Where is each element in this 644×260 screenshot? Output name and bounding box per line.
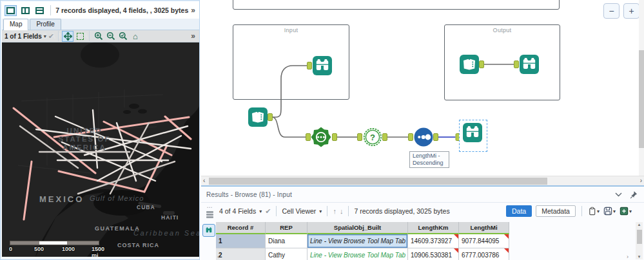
data-tab-button[interactable]: Data (506, 205, 532, 217)
record-number-cell[interactable]: 2 (216, 248, 266, 260)
table-header-row: Record # REP SpatialObj_Built LengthKm L… (216, 222, 509, 234)
table-scroll-right-arrow[interactable]: › (627, 254, 629, 260)
results-table: Record # REP SpatialObj_Built LengthKm L… (216, 222, 509, 260)
tab-map[interactable]: Map (3, 19, 28, 30)
open-new-window-button[interactable]: ▾ (620, 207, 632, 216)
canvas-horizontal-scrollbar[interactable]: ‹ › (201, 176, 644, 185)
zoom-in-icon[interactable] (93, 32, 104, 41)
results-toolbar: 4 of 4 Fields ▾ ✔ Cell Viewer ▾ ↑ ↓ 7 re… (219, 203, 632, 219)
fields-dropdown[interactable]: 4 of 4 Fields (219, 207, 256, 215)
column-header-lengthmi[interactable]: LengthMi (459, 222, 509, 234)
chevron-down-icon[interactable]: ▾ (319, 209, 322, 214)
browse-tool-selection-box[interactable] (459, 120, 487, 152)
spatial-info-tool[interactable]: ? (363, 127, 382, 147)
apply-check-icon[interactable]: ✔ (265, 207, 271, 216)
map-label-mexico: MEXICO (39, 194, 84, 204)
lengthmi-cell[interactable]: 6777.003786 (459, 248, 509, 260)
map-toolbar: 1 of 1 Fields ▾ ✔ ⌂ » (2, 30, 199, 42)
zoom-out-button[interactable]: − (603, 3, 620, 19)
table-row: 1 Diana Line - View Browse Tool Map Tab … (216, 234, 509, 248)
column-header-record[interactable]: Record # (216, 222, 266, 234)
lengthkm-cell[interactable]: 14609.373927 (408, 234, 459, 248)
scroll-down-arrow[interactable]: ▼ (636, 254, 643, 259)
sort-tool[interactable] (414, 127, 433, 147)
scrollbar-thumb[interactable] (639, 50, 644, 148)
scroll-down-record-icon[interactable]: ↓ (340, 207, 344, 215)
more-dots-icon[interactable]: ⋯ (202, 204, 217, 210)
column-header-lengthkm[interactable]: LengthKm (408, 222, 459, 234)
home-icon[interactable]: ⌂ (130, 32, 141, 41)
lengthkm-cell[interactable]: 10906.530381 (408, 248, 459, 260)
apply-check-icon[interactable]: ✔ (48, 32, 54, 41)
column-header-rep[interactable]: REP (266, 222, 307, 234)
pin-icon[interactable] (630, 190, 638, 199)
spatial-object-cell-selected[interactable]: Line - View Browse Tool Map Tab (307, 234, 408, 248)
fields-dropdown[interactable]: 1 of 1 Fields (5, 33, 42, 40)
column-header-spatialobj[interactable]: SpatialObj_Built (307, 222, 408, 234)
results-title-bar[interactable]: Results - Browse (81) - Input (201, 187, 644, 203)
table-view-icon[interactable] (202, 211, 217, 218)
map-label-costa-rica: COSTA RICA (117, 242, 159, 248)
map-label-gulf-of-mexico: Gulf of Mexico (90, 194, 144, 202)
collapse-chevron-icon[interactable] (615, 192, 622, 197)
chevron-down-icon[interactable]: ▾ (259, 209, 262, 214)
select-tool-icon[interactable] (75, 32, 85, 41)
cell-value: 6777.003786 (462, 252, 499, 259)
scroll-right-arrow[interactable]: › (640, 176, 642, 185)
copy-button[interactable]: ▾ (588, 207, 600, 216)
scrollbar-thumb[interactable] (637, 230, 642, 244)
zoom-in-button[interactable]: + (623, 3, 639, 19)
sort-annotation[interactable]: LengthMi - Descending (409, 151, 449, 168)
chevron-down-icon[interactable]: ▾ (44, 33, 46, 39)
scale-tick: 0 (9, 246, 12, 252)
rep-cell[interactable]: Diana (266, 234, 307, 248)
poly-build-tool[interactable] (311, 127, 331, 147)
map-label-usa: UNITED STATES OF AMERICA (54, 127, 115, 152)
spatial-object-cell[interactable]: Line - View Browse Tool Map Tab (307, 248, 408, 260)
browse-panel-tabs: Map Profile (2, 19, 199, 30)
scale-segment (39, 241, 67, 245)
cell-viewer-dropdown[interactable]: Cell Viewer (282, 207, 316, 215)
input-data-tool[interactable] (248, 107, 268, 127)
map-view[interactable]: CANADA UNITED STATES OF AMERICA MEXICO G… (2, 30, 199, 257)
results-status-text: 7 records displayed, 3025 bytes (354, 207, 449, 215)
tab-profile[interactable]: Profile (30, 19, 61, 30)
table-vertical-scrollbar[interactable]: ▲ ▼ (636, 222, 643, 259)
save-button[interactable]: ▾ (603, 207, 616, 216)
toolbar-overflow-button[interactable]: » (191, 6, 197, 15)
pan-tool-icon[interactable] (63, 32, 73, 41)
scroll-left-arrow[interactable]: ‹ (203, 176, 205, 185)
annotation-line1: LengthMi - (413, 153, 446, 160)
rep-cell[interactable]: Cathy (266, 248, 307, 260)
layout-two-rows-button[interactable] (34, 5, 46, 16)
layout-single-pane-button[interactable] (5, 5, 17, 16)
scale-tick: 1500 mi (92, 246, 104, 257)
layout-two-columns-button[interactable] (19, 5, 32, 16)
zoom-out-icon[interactable] (106, 32, 116, 41)
canvas-vertical-scrollbar[interactable] (639, 0, 644, 176)
browse-tool-selected[interactable] (463, 123, 482, 142)
scrollbar-thumb[interactable] (209, 178, 547, 185)
annotation-line2: Descending (413, 160, 446, 167)
browse-tool-output-container[interactable] (520, 55, 539, 74)
scale-segment (10, 241, 39, 245)
map-label-usa-line3: AMERICA (54, 144, 115, 152)
scroll-up-record-icon[interactable]: ↑ (333, 207, 337, 215)
record-status-text: 7 records displayed, 4 fields, , 3025 by… (55, 6, 188, 14)
browse-tool-input-container[interactable] (313, 56, 332, 75)
zoom-extent-icon[interactable] (118, 32, 128, 41)
browse-anchor-selector[interactable] (202, 224, 215, 237)
map-label-usa-line1: UNITED (54, 127, 115, 135)
input-data-tool-output-container[interactable] (460, 55, 479, 74)
divider (58, 31, 59, 41)
record-number-cell[interactable]: 1 (216, 234, 266, 248)
scroll-up-arrow[interactable]: ▲ (636, 222, 643, 227)
workflow-canvas[interactable]: Input Output (201, 0, 644, 176)
results-gutter: ⋯ (202, 204, 217, 219)
table-scroll-left-arrow[interactable]: ‹ (217, 254, 219, 260)
browse-panel-toolbar: 7 records displayed, 4 fields, , 3025 by… (2, 2, 199, 19)
lengthmi-cell[interactable]: 9077.844095 (459, 234, 509, 248)
metadata-tab-button[interactable]: Metadata (536, 205, 576, 217)
map-toolbar-overflow-button[interactable]: » (191, 32, 197, 41)
cell-value: 10906.530381 (411, 252, 452, 259)
